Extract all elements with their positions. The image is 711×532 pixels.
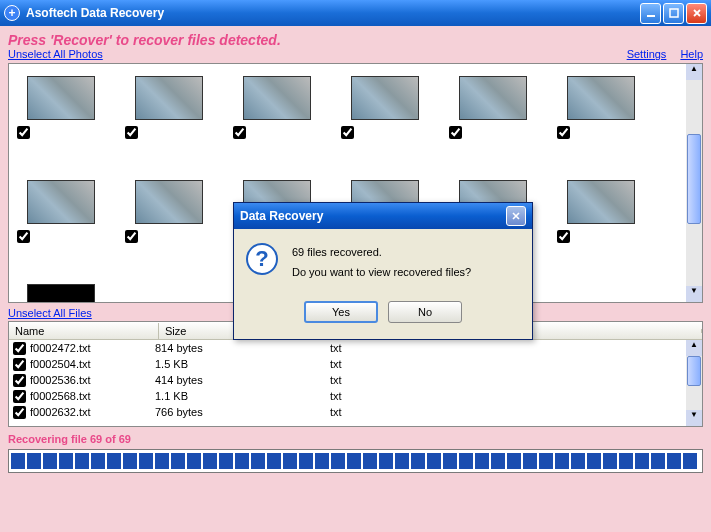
photo-item[interactable]: [13, 280, 121, 303]
unselect-files-link[interactable]: Unselect All Files: [8, 307, 92, 319]
file-name: f0002568.txt: [30, 390, 91, 402]
photo-item[interactable]: [13, 72, 121, 176]
table-row[interactable]: f0002472.txt814 bytestxt: [9, 340, 702, 356]
progress-bar: [8, 449, 703, 473]
photo-checkbox[interactable]: [557, 230, 570, 243]
progress-segment: [523, 453, 537, 469]
photo-thumbnail[interactable]: [135, 76, 203, 120]
file-size: 766 bytes: [155, 406, 330, 418]
progress-segment: [491, 453, 505, 469]
file-size: 414 bytes: [155, 374, 330, 386]
scroll-up-icon[interactable]: ▲: [686, 64, 702, 80]
help-link[interactable]: Help: [680, 48, 703, 60]
no-button[interactable]: No: [388, 301, 462, 323]
photo-scrollbar[interactable]: ▲ ▼: [686, 64, 702, 302]
instruction-text: Press 'Recover' to recover files detecte…: [8, 32, 703, 48]
dialog-close-button[interactable]: [506, 206, 526, 226]
dialog-line2: Do you want to view recovered files?: [292, 263, 471, 283]
photo-checkbox[interactable]: [341, 126, 354, 139]
progress-segment: [11, 453, 25, 469]
photo-item[interactable]: [553, 176, 661, 280]
photo-item[interactable]: [229, 72, 337, 176]
photo-item[interactable]: [13, 176, 121, 280]
photo-item[interactable]: [121, 176, 229, 280]
dialog-title: Data Recovery: [240, 209, 506, 223]
photo-checkbox[interactable]: [449, 126, 462, 139]
scroll-thumb[interactable]: [687, 134, 701, 224]
file-size: 814 bytes: [155, 342, 330, 354]
photo-item[interactable]: [553, 72, 661, 176]
yes-button[interactable]: Yes: [304, 301, 378, 323]
scroll-up-icon[interactable]: ▲: [686, 340, 702, 356]
table-row[interactable]: f0002536.txt414 bytestxt: [9, 372, 702, 388]
photo-thumbnail[interactable]: [459, 76, 527, 120]
dialog-titlebar: Data Recovery: [234, 203, 532, 229]
scroll-down-icon[interactable]: ▼: [686, 286, 702, 302]
photo-thumbnail[interactable]: [135, 180, 203, 224]
file-checkbox[interactable]: [13, 390, 26, 403]
svg-rect-1: [670, 9, 678, 17]
file-ext: txt: [330, 406, 480, 418]
file-checkbox[interactable]: [13, 406, 26, 419]
progress-segment: [43, 453, 57, 469]
file-name: f0002632.txt: [30, 406, 91, 418]
table-row[interactable]: f0002568.txt1.1 KBtxt: [9, 388, 702, 404]
photo-checkbox[interactable]: [557, 126, 570, 139]
progress-segment: [107, 453, 121, 469]
photo-item[interactable]: [121, 72, 229, 176]
progress-segment: [395, 453, 409, 469]
progress-segment: [571, 453, 585, 469]
photo-checkbox[interactable]: [17, 126, 30, 139]
progress-segment: [507, 453, 521, 469]
photo-checkbox[interactable]: [125, 230, 138, 243]
photo-thumbnail[interactable]: [243, 76, 311, 120]
close-button[interactable]: [686, 3, 707, 24]
table-row[interactable]: f0002504.txt1.5 KBtxt: [9, 356, 702, 372]
progress-segment: [267, 453, 281, 469]
col-name[interactable]: Name: [9, 323, 159, 339]
photo-thumbnail[interactable]: [27, 284, 95, 303]
scroll-down-icon[interactable]: ▼: [686, 410, 702, 426]
progress-segment: [443, 453, 457, 469]
progress-segment: [75, 453, 89, 469]
progress-segment: [203, 453, 217, 469]
file-checkbox[interactable]: [13, 358, 26, 371]
photo-item[interactable]: [337, 72, 445, 176]
titlebar: Asoftech Data Recovery: [0, 0, 711, 26]
progress-segment: [27, 453, 41, 469]
photo-checkbox[interactable]: [233, 126, 246, 139]
minimize-button[interactable]: [640, 3, 661, 24]
dialog-message: 69 files recovered. Do you want to view …: [292, 243, 471, 283]
progress-segment: [251, 453, 265, 469]
unselect-photos-link[interactable]: Unselect All Photos: [8, 48, 103, 60]
photo-thumbnail[interactable]: [27, 180, 95, 224]
settings-link[interactable]: Settings: [627, 48, 667, 60]
photo-thumbnail[interactable]: [567, 180, 635, 224]
photo-thumbnail[interactable]: [27, 76, 95, 120]
file-checkbox[interactable]: [13, 374, 26, 387]
progress-segment: [331, 453, 345, 469]
maximize-button[interactable]: [663, 3, 684, 24]
table-row[interactable]: f0002632.txt766 bytestxt: [9, 404, 702, 420]
photo-checkbox[interactable]: [17, 230, 30, 243]
progress-segment: [539, 453, 553, 469]
file-scrollbar[interactable]: ▲ ▼: [686, 340, 702, 426]
progress-segment: [59, 453, 73, 469]
photo-item[interactable]: [445, 72, 553, 176]
progress-segment: [683, 453, 697, 469]
photo-thumbnail[interactable]: [567, 76, 635, 120]
file-name: f0002472.txt: [30, 342, 91, 354]
progress-segment: [667, 453, 681, 469]
photo-checkbox[interactable]: [125, 126, 138, 139]
progress-segment: [459, 453, 473, 469]
scroll-thumb[interactable]: [687, 356, 701, 386]
progress-segment: [235, 453, 249, 469]
progress-segment: [475, 453, 489, 469]
file-checkbox[interactable]: [13, 342, 26, 355]
dialog-line1: 69 files recovered.: [292, 243, 471, 263]
file-ext: txt: [330, 358, 480, 370]
progress-segment: [315, 453, 329, 469]
photo-thumbnail[interactable]: [351, 76, 419, 120]
file-size: 1.1 KB: [155, 390, 330, 402]
progress-segment: [587, 453, 601, 469]
